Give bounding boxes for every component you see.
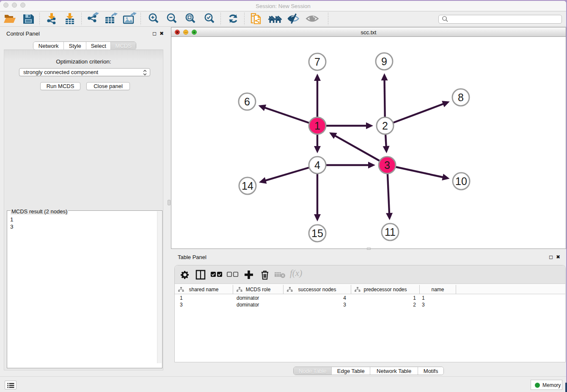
- svg-text:1: 1: [314, 120, 320, 132]
- svg-text:7: 7: [314, 56, 320, 68]
- svg-text:8: 8: [458, 91, 464, 103]
- svg-text:4: 4: [314, 159, 320, 171]
- svg-text:6: 6: [244, 96, 250, 108]
- svg-text:10: 10: [455, 175, 467, 187]
- svg-text:2: 2: [382, 120, 388, 132]
- svg-text:14: 14: [242, 180, 253, 192]
- svg-text:9: 9: [381, 55, 387, 67]
- svg-text:3: 3: [384, 159, 390, 171]
- svg-text:11: 11: [385, 226, 396, 238]
- svg-text:15: 15: [311, 227, 323, 239]
